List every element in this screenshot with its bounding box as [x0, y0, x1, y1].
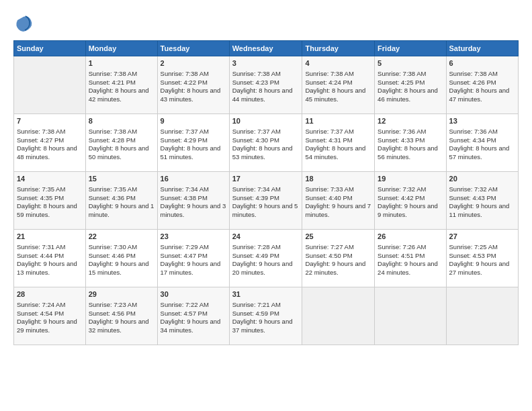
- calendar-cell: 25Sunrise: 7:27 AMSunset: 4:50 PMDayligh…: [302, 230, 375, 287]
- col-header-wednesday: Wednesday: [229, 41, 302, 56]
- sunrise-text: Sunrise: 7:22 AM: [161, 301, 209, 308]
- sunrise-text: Sunrise: 7:38 AM: [449, 70, 498, 77]
- sunset-text: Sunset: 4:25 PM: [378, 79, 425, 86]
- calendar-cell: [446, 287, 518, 345]
- day-number: 25: [305, 232, 371, 242]
- sunrise-text: Sunrise: 7:37 AM: [232, 128, 281, 135]
- sunset-text: Sunset: 4:31 PM: [305, 136, 352, 144]
- sunrise-text: Sunrise: 7:38 AM: [89, 128, 137, 135]
- calendar-cell: 31Sunrise: 7:21 AMSunset: 4:59 PMDayligh…: [229, 287, 302, 345]
- day-number: 20: [449, 174, 515, 184]
- calendar-cell: 28Sunrise: 7:24 AMSunset: 4:54 PMDayligh…: [14, 287, 86, 345]
- sunrise-text: Sunrise: 7:34 AM: [161, 185, 209, 193]
- sunset-text: Sunset: 4:49 PM: [232, 252, 279, 259]
- sunset-text: Sunset: 4:23 PM: [232, 79, 279, 86]
- daylight-text: Daylight: 8 hours and 46 minutes.: [378, 87, 438, 103]
- sunset-text: Sunset: 4:33 PM: [378, 136, 425, 144]
- daylight-text: Daylight: 8 hours and 59 minutes.: [17, 202, 77, 218]
- daylight-text: Daylight: 9 hours and 15 minutes.: [89, 260, 149, 276]
- sunset-text: Sunset: 4:47 PM: [161, 252, 208, 259]
- sunrise-text: Sunrise: 7:25 AM: [449, 243, 498, 250]
- day-number: 7: [17, 116, 83, 126]
- sunset-text: Sunset: 4:56 PM: [89, 310, 136, 317]
- day-number: 19: [378, 174, 443, 184]
- logo-icon: [13, 13, 34, 34]
- calendar-cell: 2Sunrise: 7:38 AMSunset: 4:22 PMDaylight…: [157, 56, 229, 114]
- day-number: 1: [89, 58, 154, 68]
- col-header-saturday: Saturday: [446, 41, 518, 56]
- calendar-cell: 14Sunrise: 7:35 AMSunset: 4:35 PMDayligh…: [14, 172, 86, 230]
- day-number: 23: [161, 232, 226, 242]
- daylight-text: Daylight: 9 hours and 22 minutes.: [305, 260, 365, 276]
- daylight-text: Daylight: 8 hours and 44 minutes.: [232, 87, 293, 103]
- week-row-3: 14Sunrise: 7:35 AMSunset: 4:35 PMDayligh…: [14, 172, 519, 230]
- day-number: 18: [305, 174, 371, 184]
- col-header-thursday: Thursday: [302, 41, 375, 56]
- day-number: 12: [378, 116, 443, 126]
- sunrise-text: Sunrise: 7:34 AM: [232, 185, 281, 193]
- day-number: 8: [89, 116, 154, 126]
- daylight-text: Daylight: 9 hours and 20 minutes.: [232, 260, 293, 276]
- sunrise-text: Sunrise: 7:28 AM: [232, 243, 281, 250]
- calendar-cell: 16Sunrise: 7:34 AMSunset: 4:38 PMDayligh…: [157, 172, 229, 230]
- calendar-cell: 21Sunrise: 7:31 AMSunset: 4:44 PMDayligh…: [14, 230, 86, 287]
- calendar-cell: 19Sunrise: 7:32 AMSunset: 4:42 PMDayligh…: [375, 172, 446, 230]
- day-number: 11: [305, 116, 371, 126]
- day-number: 9: [161, 116, 226, 126]
- week-row-1: 1Sunrise: 7:38 AMSunset: 4:21 PMDaylight…: [14, 56, 519, 114]
- daylight-text: Daylight: 9 hours and 17 minutes.: [161, 260, 221, 276]
- day-number: 26: [378, 232, 443, 242]
- sunset-text: Sunset: 4:43 PM: [449, 194, 496, 201]
- daylight-text: Daylight: 8 hours and 57 minutes.: [449, 144, 510, 161]
- calendar-cell: 7Sunrise: 7:38 AMSunset: 4:27 PMDaylight…: [14, 114, 86, 172]
- daylight-text: Daylight: 9 hours and 27 minutes.: [449, 260, 510, 276]
- sunset-text: Sunset: 4:22 PM: [161, 79, 208, 86]
- sunrise-text: Sunrise: 7:30 AM: [89, 243, 137, 250]
- daylight-text: Daylight: 9 hours and 1 minute.: [89, 202, 154, 218]
- calendar-cell: 15Sunrise: 7:35 AMSunset: 4:36 PMDayligh…: [85, 172, 157, 230]
- daylight-text: Daylight: 8 hours and 45 minutes.: [305, 87, 365, 103]
- daylight-text: Daylight: 8 hours and 47 minutes.: [449, 87, 510, 103]
- calendar-cell: 11Sunrise: 7:37 AMSunset: 4:31 PMDayligh…: [302, 114, 375, 172]
- sunrise-text: Sunrise: 7:38 AM: [161, 70, 209, 77]
- day-number: 4: [305, 58, 371, 68]
- sunrise-text: Sunrise: 7:38 AM: [89, 70, 137, 77]
- sunrise-text: Sunrise: 7:37 AM: [161, 128, 209, 135]
- sunrise-text: Sunrise: 7:33 AM: [305, 185, 353, 193]
- calendar-cell: 27Sunrise: 7:25 AMSunset: 4:53 PMDayligh…: [446, 230, 518, 287]
- sunset-text: Sunset: 4:26 PM: [449, 79, 496, 86]
- sunrise-text: Sunrise: 7:38 AM: [17, 128, 65, 135]
- day-number: 31: [232, 289, 300, 300]
- sunset-text: Sunset: 4:50 PM: [305, 252, 352, 259]
- daylight-text: Daylight: 9 hours and 13 minutes.: [17, 260, 77, 276]
- sunrise-text: Sunrise: 7:24 AM: [17, 301, 65, 308]
- daylight-text: Daylight: 9 hours and 34 minutes.: [161, 318, 221, 334]
- daylight-text: Daylight: 8 hours and 48 minutes.: [17, 144, 77, 161]
- daylight-text: Daylight: 8 hours and 54 minutes.: [305, 144, 365, 161]
- sunrise-text: Sunrise: 7:31 AM: [17, 243, 65, 250]
- day-number: 27: [449, 232, 515, 242]
- calendar-cell: 10Sunrise: 7:37 AMSunset: 4:30 PMDayligh…: [229, 114, 302, 172]
- calendar-cell: 20Sunrise: 7:32 AMSunset: 4:43 PMDayligh…: [446, 172, 518, 230]
- day-number: 16: [161, 174, 226, 184]
- sunset-text: Sunset: 4:57 PM: [161, 310, 208, 317]
- calendar-cell: 5Sunrise: 7:38 AMSunset: 4:25 PMDaylight…: [375, 56, 446, 114]
- sunset-text: Sunset: 4:28 PM: [89, 136, 136, 144]
- column-header-row: SundayMondayTuesdayWednesdayThursdayFrid…: [14, 41, 519, 56]
- daylight-text: Daylight: 8 hours and 50 minutes.: [89, 144, 149, 161]
- sunset-text: Sunset: 4:30 PM: [232, 136, 279, 144]
- daylight-text: Daylight: 9 hours and 29 minutes.: [17, 318, 77, 334]
- sunset-text: Sunset: 4:36 PM: [89, 194, 136, 201]
- sunset-text: Sunset: 4:59 PM: [232, 310, 279, 317]
- daylight-text: Daylight: 8 hours and 56 minutes.: [378, 144, 438, 161]
- daylight-text: Daylight: 9 hours and 11 minutes.: [449, 202, 510, 218]
- daylight-text: Daylight: 9 hours and 5 minutes.: [232, 202, 298, 218]
- calendar-cell: 3Sunrise: 7:38 AMSunset: 4:23 PMDaylight…: [229, 56, 302, 114]
- calendar-cell: 17Sunrise: 7:34 AMSunset: 4:39 PMDayligh…: [229, 172, 302, 230]
- sunrise-text: Sunrise: 7:23 AM: [89, 301, 137, 308]
- sunrise-text: Sunrise: 7:38 AM: [232, 70, 281, 77]
- calendar-cell: 24Sunrise: 7:28 AMSunset: 4:49 PMDayligh…: [229, 230, 302, 287]
- sunrise-text: Sunrise: 7:36 AM: [378, 128, 426, 135]
- day-number: 13: [449, 116, 515, 126]
- sunrise-text: Sunrise: 7:32 AM: [378, 185, 426, 193]
